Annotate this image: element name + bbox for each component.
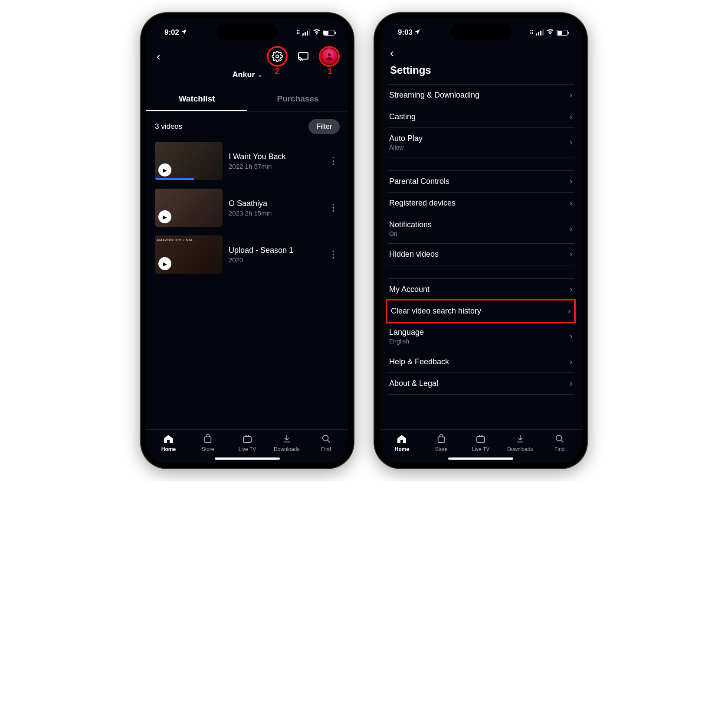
svg-rect-3: [205, 437, 211, 442]
svg-rect-6: [438, 437, 445, 442]
signal-extra-icon: ⠿: [530, 29, 533, 36]
tab-find[interactable]: Find: [540, 433, 579, 452]
setting-clear-history-highlighted[interactable]: Clear video search history ›: [386, 299, 576, 323]
store-icon: [203, 433, 213, 444]
profile-name: Ankur: [232, 70, 255, 79]
svg-rect-1: [298, 52, 308, 59]
svg-point-5: [322, 435, 328, 441]
setting-account[interactable]: My Account ›: [387, 278, 574, 301]
settings-group-1: Streaming & Downloading › Casting › Auto…: [380, 84, 582, 157]
home-indicator[interactable]: [448, 457, 513, 460]
bottom-tab-bar: Home Store Live TV Downloads Find: [380, 429, 582, 455]
tab-livetv[interactable]: Live TV: [228, 433, 267, 452]
setting-help[interactable]: Help & Feedback ›: [387, 351, 574, 373]
tab-store[interactable]: Store: [188, 433, 228, 452]
video-title: Upload - Season 1: [229, 246, 321, 255]
setting-notifications[interactable]: Notifications On ›: [387, 214, 574, 244]
video-count: 3 videos: [155, 122, 182, 131]
tab-store[interactable]: Store: [422, 433, 461, 452]
wifi-icon: [313, 28, 321, 37]
cellular-icon: [302, 29, 310, 36]
home-indicator[interactable]: [215, 457, 280, 460]
more-button[interactable]: ⋮: [327, 202, 340, 213]
top-nav: ‹ 2 1: [146, 42, 348, 68]
video-meta: 2023 2h 15min: [229, 209, 321, 217]
video-row[interactable]: ▶ I Want You Back 2022 1h 57min ⋮: [146, 139, 348, 186]
annotation-1: 1: [328, 66, 332, 76]
play-icon: ▶: [158, 210, 171, 223]
svg-point-0: [276, 55, 279, 58]
chevron-right-icon: ›: [570, 285, 572, 294]
setting-autoplay[interactable]: Auto Play Allow ›: [387, 128, 574, 157]
location-icon: [414, 28, 420, 37]
setting-casting[interactable]: Casting ›: [387, 106, 574, 128]
amazon-original-tag: AMAZON ORIGINAL: [155, 237, 195, 243]
video-row[interactable]: AMAZON ORIGINAL ▶ Upload - Season 1 2020…: [146, 233, 348, 280]
cast-button[interactable]: [294, 47, 313, 66]
back-button[interactable]: ‹: [390, 46, 394, 60]
setting-devices[interactable]: Registered devices ›: [387, 193, 574, 214]
cast-icon: [298, 52, 309, 61]
chevron-right-icon: ›: [570, 112, 572, 121]
svg-rect-4: [243, 437, 251, 442]
phone-right: 9:03 ⠿ ‹ Settings Streaming & Downloadin: [374, 13, 587, 468]
tab-downloads[interactable]: Downloads: [267, 433, 306, 452]
screen-watchlist: 9:02 ⠿ ‹ 2: [146, 18, 348, 463]
settings-button-highlighted[interactable]: 2: [267, 46, 288, 67]
video-meta: 2020: [229, 256, 321, 264]
signal-extra-icon: ⠿: [296, 29, 300, 36]
setting-hidden[interactable]: Hidden videos ›: [387, 244, 574, 265]
wifi-icon: [546, 28, 554, 37]
profile-selector[interactable]: Ankur ⌄: [146, 68, 348, 88]
play-icon: ▶: [158, 163, 171, 176]
chevron-right-icon: ›: [570, 332, 572, 341]
chevron-right-icon: ›: [570, 91, 572, 100]
tab-home[interactable]: Home: [149, 433, 188, 452]
tab-watchlist[interactable]: Watchlist: [146, 88, 247, 111]
search-icon: [555, 433, 564, 444]
video-title: O Saathiya: [229, 199, 321, 208]
profile-button-highlighted[interactable]: 1: [319, 46, 340, 67]
setting-streaming[interactable]: Streaming & Downloading ›: [387, 84, 574, 106]
tv-icon: [475, 433, 486, 444]
chevron-right-icon: ›: [570, 224, 572, 233]
svg-point-8: [556, 435, 561, 441]
chevron-right-icon: ›: [570, 199, 572, 208]
battery-icon: [323, 30, 334, 36]
more-button[interactable]: ⋮: [327, 155, 340, 167]
download-icon: [282, 433, 292, 444]
svg-rect-7: [477, 437, 485, 442]
video-row[interactable]: ▶ O Saathiya 2023 2h 15min ⋮: [146, 186, 348, 233]
filter-button[interactable]: Filter: [308, 119, 340, 134]
thumbnail[interactable]: AMAZON ORIGINAL ▶: [155, 235, 223, 274]
play-icon: ▶: [158, 257, 171, 270]
progress-bar: [155, 178, 194, 180]
status-time: 9:03: [398, 28, 413, 37]
thumbnail[interactable]: ▶: [155, 142, 223, 180]
tab-livetv[interactable]: Live TV: [461, 433, 501, 452]
search-icon: [321, 433, 331, 444]
phone-left: 9:02 ⠿ ‹ 2: [141, 13, 354, 468]
store-icon: [436, 433, 446, 444]
chevron-right-icon: ›: [570, 177, 572, 186]
settings-group-2: Parental Controls › Registered devices ›…: [380, 170, 582, 265]
thumbnail[interactable]: ▶: [155, 189, 223, 227]
tab-downloads[interactable]: Downloads: [500, 433, 540, 452]
cellular-icon: [536, 29, 544, 36]
more-button[interactable]: ⋮: [327, 249, 340, 260]
chevron-down-icon: ⌄: [258, 72, 262, 78]
download-icon: [515, 433, 525, 444]
location-icon: [181, 28, 187, 37]
setting-parental[interactable]: Parental Controls ›: [387, 170, 574, 193]
screen-settings: 9:03 ⠿ ‹ Settings Streaming & Downloadin: [380, 18, 582, 463]
tab-home[interactable]: Home: [382, 433, 422, 452]
top-nav: ‹: [380, 42, 582, 62]
tab-find[interactable]: Find: [306, 433, 346, 452]
chevron-right-icon: ›: [570, 138, 572, 147]
chevron-right-icon: ›: [568, 307, 571, 316]
setting-language[interactable]: Language English ›: [387, 322, 574, 351]
back-button[interactable]: ‹: [157, 50, 161, 63]
status-time: 9:02: [164, 28, 179, 37]
tab-purchases[interactable]: Purchases: [247, 88, 348, 111]
setting-about[interactable]: About & Legal ›: [387, 373, 574, 395]
